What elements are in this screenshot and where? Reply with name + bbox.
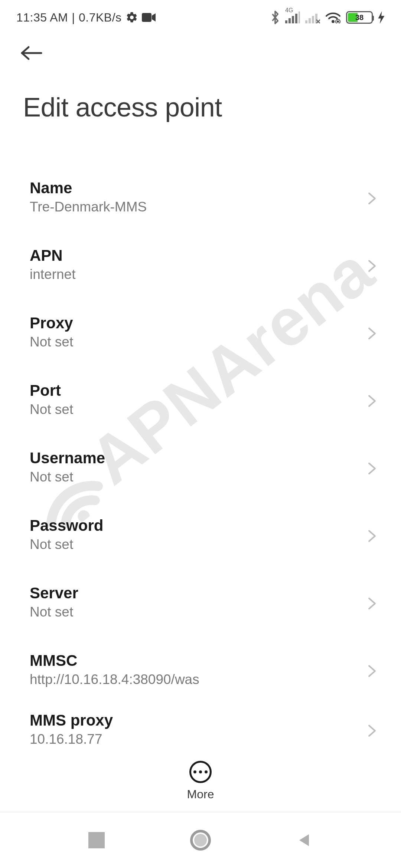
setting-row-proxy[interactable]: Proxy Not set — [0, 298, 401, 366]
setting-label: Username — [30, 449, 105, 467]
svg-rect-9 — [312, 16, 314, 23]
setting-label: MMS proxy — [30, 711, 113, 729]
setting-label: Password — [30, 517, 103, 535]
more-dots-icon — [189, 761, 212, 783]
setting-row-name[interactable]: Name Tre-Denmark-MMS — [0, 163, 401, 231]
nav-bar — [0, 812, 401, 868]
charging-bolt-icon — [378, 11, 385, 24]
header: Edit access point — [0, 29, 401, 122]
chevron-right-icon — [367, 394, 379, 405]
setting-value: Not set — [30, 334, 73, 350]
svg-rect-3 — [288, 18, 291, 23]
setting-value: 10.16.18.77 — [30, 731, 113, 747]
nav-back-button[interactable] — [293, 829, 316, 851]
video-camera-icon — [142, 12, 156, 23]
status-data-rate: 0.7KB/s — [79, 11, 122, 24]
svg-rect-4 — [292, 16, 294, 23]
network-4g-label: 4G — [285, 7, 293, 14]
svg-rect-1 — [142, 13, 151, 22]
signal-4g-icon: 4G — [285, 11, 300, 23]
square-icon — [88, 832, 105, 848]
more-label: More — [187, 788, 214, 801]
setting-label: Port — [30, 382, 73, 400]
chevron-right-icon — [367, 723, 379, 735]
page-title: Edit access point — [23, 92, 380, 122]
setting-value: Not set — [30, 469, 105, 485]
wifi-icon — [325, 11, 341, 23]
chevron-right-icon — [367, 326, 379, 338]
setting-label: Name — [30, 179, 147, 197]
svg-point-13 — [332, 20, 335, 23]
status-divider: | — [72, 11, 75, 24]
nav-home-button[interactable] — [189, 829, 212, 851]
chevron-right-icon — [367, 529, 379, 540]
setting-row-password[interactable]: Password Not set — [0, 501, 401, 568]
bluetooth-icon — [270, 10, 280, 25]
svg-rect-7 — [305, 20, 307, 23]
nav-recents-button[interactable] — [85, 829, 108, 851]
chevron-right-icon — [367, 596, 379, 608]
battery-cap — [372, 16, 374, 21]
setting-row-apn[interactable]: APN internet — [0, 231, 401, 298]
triangle-left-icon — [296, 832, 313, 848]
setting-value: Not set — [30, 537, 103, 552]
setting-row-mmsc[interactable]: MMSC http://10.16.18.4:38090/was — [0, 636, 401, 703]
setting-label: APN — [30, 247, 75, 264]
status-left: 11:35 AM | 0.7KB/s — [16, 11, 156, 24]
circle-icon — [190, 830, 211, 851]
setting-label: Server — [30, 584, 78, 602]
setting-value: Not set — [30, 604, 78, 620]
chevron-right-icon — [367, 664, 379, 675]
setting-value: internet — [30, 267, 75, 282]
setting-row-port[interactable]: Port Not set — [0, 366, 401, 433]
setting-value: Tre-Denmark-MMS — [30, 199, 147, 215]
setting-row-mms-proxy[interactable]: MMS proxy 10.16.18.77 — [0, 703, 401, 755]
status-right: 4G 38 — [270, 10, 385, 25]
setting-row-username[interactable]: Username Not set — [0, 433, 401, 501]
svg-rect-6 — [299, 11, 300, 23]
battery-percent: 38 — [347, 13, 372, 22]
svg-rect-5 — [295, 14, 297, 23]
chevron-right-icon — [367, 259, 379, 270]
status-bar: 11:35 AM | 0.7KB/s 4G 38 — [0, 0, 401, 29]
signal-no-sim-icon — [305, 11, 320, 23]
gear-icon — [125, 11, 138, 24]
arrow-left-icon — [20, 45, 43, 61]
settings-list: Name Tre-Denmark-MMS APN internet Proxy … — [0, 163, 401, 755]
setting-label: MMSC — [30, 652, 199, 670]
chevron-right-icon — [367, 461, 379, 473]
setting-row-server[interactable]: Server Not set — [0, 568, 401, 636]
battery-icon: 38 — [346, 11, 373, 24]
status-time: 11:35 AM — [16, 11, 68, 24]
setting-label: Proxy — [30, 314, 73, 332]
more-menu[interactable]: More — [0, 761, 401, 801]
setting-value: Not set — [30, 402, 73, 417]
chevron-right-icon — [367, 191, 379, 203]
svg-rect-8 — [309, 18, 311, 23]
svg-rect-2 — [285, 20, 287, 23]
setting-value: http://10.16.18.4:38090/was — [30, 672, 199, 687]
back-button[interactable] — [19, 40, 45, 66]
